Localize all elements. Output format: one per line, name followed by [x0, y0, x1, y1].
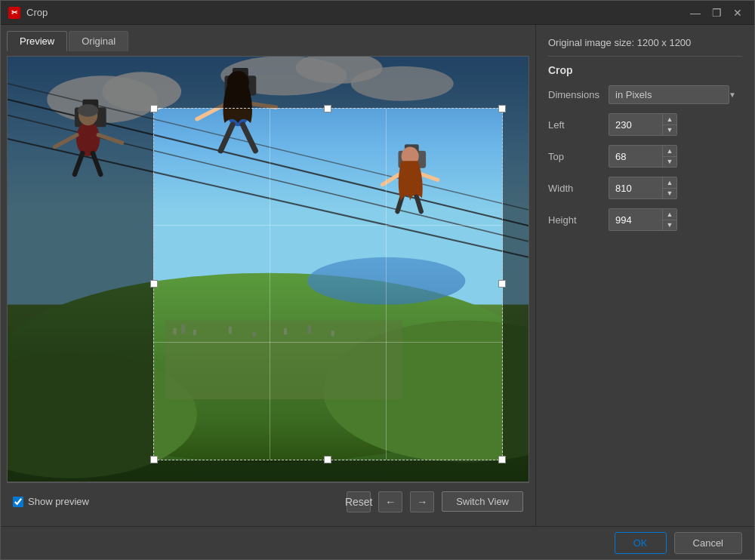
window-title: Crop: [26, 7, 686, 18]
top-field-wrap: ▲ ▼: [609, 145, 677, 168]
crop-dialog: ✂ Crop — ❐ ✕ Preview Original: [0, 0, 755, 560]
top-spinner: ▲ ▼: [662, 146, 676, 167]
width-input[interactable]: [609, 177, 662, 198]
show-preview-label: Show preview: [28, 496, 89, 507]
cancel-button[interactable]: Cancel: [674, 532, 742, 554]
width-decrement[interactable]: ▼: [663, 188, 676, 198]
top-field-label: Top: [548, 151, 609, 162]
crop-outside-right: [503, 108, 529, 460]
left-increment[interactable]: ▲: [663, 114, 676, 125]
left-field-wrap: ▲ ▼: [609, 113, 677, 136]
image-preview-area[interactable]: [7, 56, 529, 482]
dimensions-label: Dimensions: [548, 89, 609, 100]
close-button[interactable]: ✕: [729, 5, 747, 20]
top-input[interactable]: [609, 146, 662, 167]
app-icon-symbol: ✂: [11, 8, 17, 17]
crop-outside-bottom: [8, 460, 528, 482]
height-field-row: Height ▲ ▼: [548, 208, 742, 231]
height-input[interactable]: [609, 209, 662, 230]
crop-border[interactable]: [153, 108, 502, 460]
tab-original[interactable]: Original: [69, 31, 128, 51]
maximize-button[interactable]: ❐: [707, 5, 726, 20]
crop-overlay: [8, 57, 528, 482]
preview-bottom-bar: Show preview Reset ← → Switch View: [7, 482, 529, 520]
left-field-row: Left ▲ ▼: [548, 113, 742, 136]
height-spinner: ▲ ▼: [662, 209, 676, 230]
height-increment[interactable]: ▲: [663, 209, 676, 220]
crop-section-title: Crop: [548, 64, 742, 76]
height-decrement[interactable]: ▼: [663, 220, 676, 230]
thirds-line-v2: [386, 109, 387, 460]
footer-bar: OK Cancel: [1, 526, 754, 559]
prev-button[interactable]: ←: [378, 491, 402, 512]
image-size-info: Original image size: 1200 x 1200: [548, 37, 742, 57]
thirds-line-h1: [154, 225, 501, 226]
dimensions-select-wrap: in Pixels in Percent ▼: [609, 85, 742, 104]
left-field-label: Left: [548, 119, 609, 131]
width-field-label: Width: [548, 183, 609, 194]
thirds-line-v1: [270, 109, 270, 460]
ok-button[interactable]: OK: [615, 532, 667, 554]
width-field-wrap: ▲ ▼: [609, 177, 677, 199]
tab-preview[interactable]: Preview: [7, 31, 67, 51]
crop-outside-top: [8, 57, 528, 108]
window-controls: — ❐ ✕: [686, 5, 747, 20]
width-field-row: Width ▲ ▼: [548, 177, 742, 199]
title-bar: ✂ Crop — ❐ ✕: [1, 1, 754, 25]
crop-section: Crop Dimensions in Pixels in Percent ▼ L…: [548, 64, 742, 240]
width-increment[interactable]: ▲: [663, 177, 676, 188]
tab-bar: Preview Original: [7, 31, 529, 51]
app-icon: ✂: [8, 7, 20, 19]
show-preview-row: Show preview: [13, 496, 339, 507]
minimize-button[interactable]: —: [686, 5, 704, 20]
select-arrow-icon: ▼: [729, 91, 736, 99]
height-field-wrap: ▲ ▼: [609, 208, 677, 231]
reset-button[interactable]: Reset: [347, 491, 371, 512]
crop-outside-left: [8, 108, 153, 460]
top-decrement[interactable]: ▼: [663, 156, 676, 167]
left-decrement[interactable]: ▼: [663, 125, 676, 135]
top-increment[interactable]: ▲: [663, 146, 676, 156]
left-input[interactable]: [609, 114, 662, 135]
width-spinner: ▲ ▼: [662, 177, 676, 198]
dimensions-select[interactable]: in Pixels in Percent: [609, 85, 729, 104]
next-button[interactable]: →: [410, 491, 434, 512]
switch-view-button[interactable]: Switch View: [442, 491, 523, 512]
thirds-line-h2: [154, 342, 501, 343]
left-panel: Preview Original: [1, 25, 535, 526]
main-content: Preview Original: [1, 25, 754, 526]
dimensions-row: Dimensions in Pixels in Percent ▼: [548, 85, 742, 104]
height-field-label: Height: [548, 214, 609, 226]
left-spinner: ▲ ▼: [662, 114, 676, 135]
top-field-row: Top ▲ ▼: [548, 145, 742, 168]
right-panel: Original image size: 1200 x 1200 Crop Di…: [535, 25, 754, 526]
show-preview-checkbox[interactable]: [13, 497, 23, 507]
